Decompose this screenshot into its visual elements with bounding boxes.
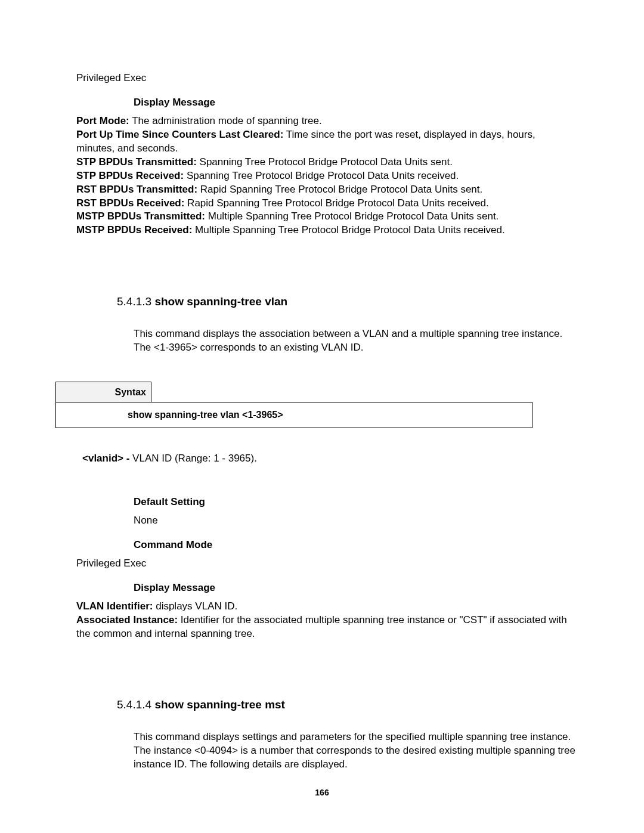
definition-item: MSTP BPDUs Transmitted: Multiple Spannin…	[76, 210, 575, 224]
section-title: show spanning-tree vlan	[154, 295, 287, 308]
definition-text: Rapid Spanning Tree Protocol Bridge Prot…	[184, 197, 488, 209]
definition-text: displays VLAN ID.	[153, 600, 237, 612]
section-heading-5414: 5.4.1.4 show spanning-tree mst	[117, 697, 575, 713]
definition-term: Associated Instance:	[76, 614, 178, 625]
definition-item: RST BPDUs Received: Rapid Spanning Tree …	[76, 197, 575, 210]
definition-item: Associated Instance: Identifier for the …	[76, 614, 575, 641]
definition-term: Port Mode:	[76, 115, 129, 126]
definition-item: MSTP BPDUs Received: Multiple Spanning T…	[76, 224, 575, 237]
definition-term: STP BPDUs Transmitted:	[76, 156, 197, 168]
definition-term: MSTP BPDUs Received:	[76, 224, 192, 236]
definition-item: Port Up Time Since Counters Last Cleared…	[76, 128, 575, 156]
syntax-header-row: Syntax	[56, 382, 532, 402]
section-heading-5413: 5.4.1.3 show spanning-tree vlan	[117, 294, 575, 309]
definition-list-5413: VLAN Identifier: displays VLAN ID. Assoc…	[76, 600, 575, 641]
syntax-table: Syntax show spanning-tree vlan <1-3965>	[55, 382, 532, 428]
default-setting-value: None	[134, 514, 575, 528]
section-title: show spanning-tree mst	[154, 698, 285, 711]
definition-item: Port Mode: The administration mode of sp…	[76, 114, 575, 128]
definition-term: MSTP BPDUs Transmitted:	[76, 210, 205, 222]
section-description-5413: This command displays the association be…	[134, 327, 575, 355]
syntax-empty	[151, 382, 532, 402]
definition-list-top: Port Mode: The administration mode of sp…	[76, 114, 575, 237]
parameter-term: <vlanid> -	[82, 453, 132, 464]
definition-term: STP BPDUs Received:	[76, 170, 184, 181]
definition-item: RST BPDUs Transmitted: Rapid Spanning Tr…	[76, 183, 575, 197]
definition-term: VLAN Identifier:	[76, 600, 153, 612]
syntax-command: show spanning-tree vlan <1-3965>	[56, 402, 532, 428]
document-page: Privileged Exec Display Message Port Mod…	[0, 0, 644, 819]
definition-text: Multiple Spanning Tree Protocol Bridge P…	[192, 224, 504, 236]
command-mode-value-top: Privileged Exec	[76, 72, 575, 85]
definition-item: STP BPDUs Transmitted: Spanning Tree Pro…	[76, 156, 575, 169]
section-description-5414: This command displays settings and param…	[134, 730, 575, 772]
command-mode-label: Command Mode	[134, 538, 575, 552]
definition-text: Spanning Tree Protocol Bridge Protocol D…	[197, 156, 453, 168]
definition-text: Spanning Tree Protocol Bridge Protocol D…	[184, 170, 459, 181]
section-number: 5.4.1.4	[117, 698, 154, 711]
display-message-heading: Display Message	[134, 96, 575, 110]
syntax-label: Syntax	[56, 382, 151, 402]
definition-term: Port Up Time Since Counters Last Cleared…	[76, 129, 283, 140]
page-number: 166	[0, 788, 644, 797]
display-message-label-5413: Display Message	[134, 581, 575, 595]
definition-item: STP BPDUs Received: Spanning Tree Protoc…	[76, 169, 575, 183]
definition-term: RST BPDUs Transmitted:	[76, 184, 197, 195]
syntax-body-row: show spanning-tree vlan <1-3965>	[56, 402, 532, 428]
definition-item: VLAN Identifier: displays VLAN ID.	[76, 600, 575, 614]
definition-text: The administration mode of spanning tree…	[129, 115, 322, 126]
definition-term: RST BPDUs Received:	[76, 197, 184, 209]
parameter-block: <vlanid> - VLAN ID (Range: 1 - 3965).	[82, 452, 575, 466]
definition-text: Rapid Spanning Tree Protocol Bridge Prot…	[197, 184, 482, 195]
definition-text: Multiple Spanning Tree Protocol Bridge P…	[205, 210, 499, 222]
parameter-def: VLAN ID (Range: 1 - 3965).	[132, 453, 257, 464]
default-setting-label: Default Setting	[134, 496, 575, 509]
command-mode-value: Privileged Exec	[76, 557, 575, 571]
section-number: 5.4.1.3	[117, 295, 154, 308]
